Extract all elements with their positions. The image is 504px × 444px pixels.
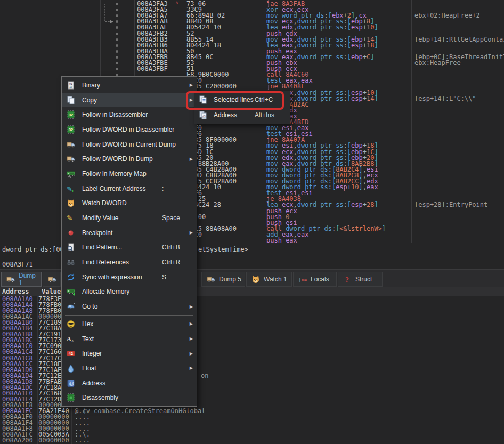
labelpencil-icon: ✎+ (67, 184, 75, 193)
menu-item-text[interactable]: AzText▶ (62, 332, 197, 346)
menu-item-disassembly[interactable]: Disassembly (62, 390, 197, 405)
menu-item-modify-value[interactable]: ✎Modify ValueSpace (62, 211, 197, 225)
menu-item-sync-with-expression[interactable]: Sync with expressionS (62, 270, 197, 285)
disasm-comment: [esp+14]:L"C:\\" (414, 96, 504, 102)
submenu-arrow-icon: ▶ (190, 230, 193, 235)
dump-value: 00000000 (38, 438, 69, 443)
disasm-row[interactable]: 008A3FBE53push ebxebx:HeapFree (0, 60, 504, 66)
binoculars-icon (67, 258, 75, 267)
submenu-arrow-icon: ▶ (190, 351, 193, 356)
dump-ascii: .... (75, 438, 90, 443)
instruction-dot-icon (116, 33, 118, 35)
int42-icon: 42 (67, 349, 75, 358)
svg-text:@: @ (69, 381, 74, 386)
menu-item-follow-dword-in-dump[interactable]: Follow DWORD in Dump▶ (62, 151, 197, 166)
disasm-row[interactable]: 008A3FB38B55 14mov edx,dword ptr ss:[ebp… (0, 37, 504, 43)
tab-dump-2[interactable] (43, 272, 61, 287)
column-header-address: Address (2, 288, 29, 295)
svg-text:32: 32 (69, 113, 73, 117)
disasm-row[interactable]: 008A3FA766:894B 02mov word ptr ds:[ebx+2… (0, 13, 504, 19)
instruction-dot-icon (116, 9, 118, 11)
instruction-dot-icon (116, 3, 118, 5)
menu-shortcut: Space (162, 214, 180, 222)
chip32-icon: 32 (67, 110, 75, 119)
copylines-icon (199, 95, 207, 104)
disasm-comment: ebx:HeapFree (414, 60, 504, 66)
submenu-arrow-icon: ▶ (190, 83, 193, 87)
submenu-item-address[interactable]: @AddressAlt+Ins (194, 108, 290, 123)
ramplus-icon (67, 287, 75, 296)
menu-item-follow-dword-in-disassembler[interactable]: 32Follow DWORD in Disassembler (62, 122, 197, 137)
car-icon (67, 302, 75, 311)
disasm-row[interactable]: 008A3FAB8B4D 08mov ecx,dword ptr ss:[ebp… (0, 19, 504, 25)
submenu-arrow-icon: ▶ (190, 366, 193, 370)
tab-locals[interactable]: |x=| Locals (293, 272, 337, 287)
menu-item-float[interactable]: Float▶ (62, 361, 197, 376)
menu-shortcut: Ctrl+R (162, 259, 180, 266)
svg-text:?: ? (345, 276, 349, 284)
tab-dump-1[interactable]: Dump 1 (1, 272, 42, 287)
sync-icon (67, 273, 75, 281)
menu-item-integer[interactable]: 42Integer▶ (62, 346, 197, 361)
menu-item-go-to[interactable]: Go to▶ (62, 299, 197, 314)
menu-item-address[interactable]: @Address (62, 376, 197, 391)
copy-submenu: Selected linesCtrl+C@AddressAlt+Ins (194, 91, 290, 124)
menu-item-copy[interactable]: Copy▶ (62, 93, 197, 108)
menu-item-follow-dword-in-current-dump[interactable]: Follow DWORD in Current Dump (62, 137, 197, 152)
menu-item-follow-in-memory-map[interactable]: Follow in Memory Map (62, 166, 197, 181)
status-expression-left: dword ptr ds:[00 (2, 246, 64, 253)
dump-row[interactable]: 008AA20000000000.... (0, 438, 504, 443)
disasm-row[interactable]: 008A3FBA50push eax (0, 49, 504, 54)
truck-icon (67, 155, 75, 163)
svg-text:42: 42 (69, 351, 73, 356)
disasm-row[interactable]: 008A3FA533C9xor ecx,ecx (0, 7, 504, 13)
disasm-row[interactable]: 008A3FA373 06jae 8A3FAB (0, 1, 504, 7)
locals-icon: |x=| (298, 275, 307, 284)
status-address: 008A3F71 (2, 261, 33, 268)
instruction-dot-icon (116, 50, 118, 53)
tab-dump-5[interactable]: Dump 5 (201, 272, 245, 287)
disasm-instruction: push eax (266, 238, 297, 243)
struct-icon: ? (343, 275, 352, 284)
menu-item-label-current-address[interactable]: ✎+Label Current Address: (62, 181, 197, 196)
disasm-row[interactable]: 008A3FBF51push ecx (0, 66, 504, 72)
watch-icon (251, 275, 260, 284)
menu-item-find-references[interactable]: Find ReferencesCtrl+R (62, 255, 197, 270)
copy-icon (67, 96, 75, 104)
tab-struct[interactable]: ? Struct (338, 272, 383, 287)
menu-item-find-pattern[interactable]: Find Pattern...Ctrl+B (62, 240, 197, 255)
disasm-row[interactable]: 008A3FAE8D5424 10lea edx,dword ptr ss:[e… (0, 25, 504, 30)
addressat-icon: @ (67, 379, 75, 388)
menu-item-allocate-memory[interactable]: Allocate Memory (62, 285, 197, 300)
submenu-shortcut: Alt+Ins (255, 111, 274, 119)
disasm-comment: [ebp+14]:RtlGetAppContai (414, 37, 504, 43)
breakdot-icon (67, 229, 75, 237)
magnifier-icon (67, 243, 75, 252)
dump-comment: combase.CreateStreamOnHGlobal (94, 408, 206, 414)
instruction-dot-icon (116, 20, 118, 23)
disasm-row[interactable]: 008A3FB68D4424 18lea eax,dword ptr ss:[e… (0, 43, 504, 49)
textaz-icon: Az (67, 335, 75, 343)
submenu-item-selected-lines[interactable]: Selected linesCtrl+C (194, 92, 290, 108)
dump-comment-fragment: on (201, 373, 208, 379)
disasm-row[interactable]: 008A3FBB8B45 0Cmov eax,dword ptr ss:[ebp… (0, 54, 504, 60)
float-icon (67, 364, 75, 373)
dump-icon (6, 275, 15, 284)
instruction-dot-icon (116, 68, 118, 70)
disasm-row[interactable]: 008A3FB252push edx (0, 31, 504, 37)
instruction-dot-icon (116, 44, 118, 47)
menu-item-binary[interactable]: 0110Binary▶ (62, 78, 197, 93)
instruction-dot-icon (116, 62, 118, 64)
disasm-comment: [ebp+0C]:BaseThreadInitT (414, 54, 504, 60)
svg-text:10: 10 (69, 85, 72, 88)
menu-item-breakpoint[interactable]: Breakpoint▶ (62, 225, 197, 240)
menu-item-hex[interactable]: Hex▶ (62, 317, 197, 332)
submenu-shortcut: Ctrl+C (255, 96, 273, 103)
truck-icon (67, 140, 75, 149)
menu-item-watch-dword[interactable]: Watch DWORD (62, 196, 197, 211)
tab-watch-1[interactable]: Watch 1 (246, 272, 292, 287)
menu-item-follow-in-disassembler[interactable]: 32Follow in Disassembler (62, 107, 197, 122)
svg-text:@: @ (202, 115, 206, 118)
svg-text:✎: ✎ (67, 214, 73, 222)
submenu-arrow-icon: ▶ (190, 336, 193, 341)
